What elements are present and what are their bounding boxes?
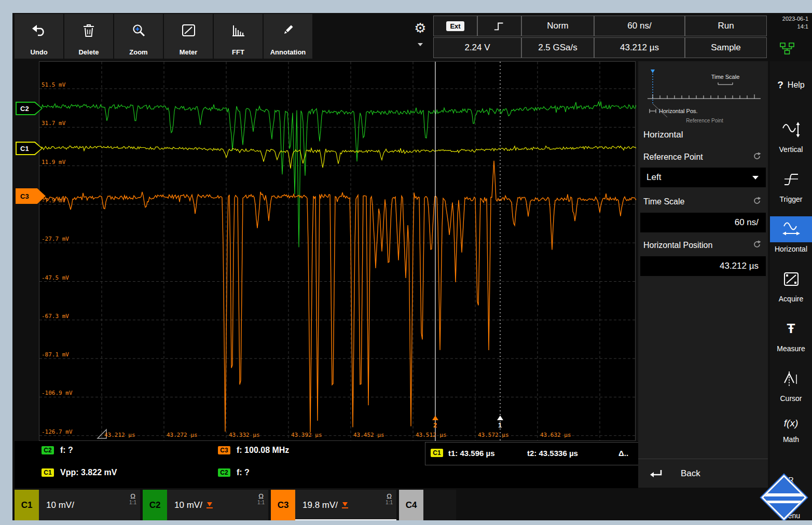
measurement-2[interactable]: C3 f: 100.08 MHz xyxy=(218,446,289,455)
channel-c1-block[interactable]: C1 10 mV/ Ω 1:1 xyxy=(15,490,140,520)
trash-icon xyxy=(82,14,95,46)
svg-text:Reference Point: Reference Point xyxy=(686,118,723,123)
channel-c2-block[interactable]: C2 10 mV/ Ω 1:1 xyxy=(143,490,268,520)
sidebar-item-horizontal[interactable]: Horizontal xyxy=(770,211,812,258)
horizontal-icon xyxy=(770,216,812,242)
annotation-button[interactable]: Annotation xyxy=(264,14,312,59)
channel-badge: C2 xyxy=(218,468,230,477)
sidebar-item-measure[interactable]: Ŧ Measure xyxy=(770,310,812,358)
probe-label: 1:1 xyxy=(129,500,136,506)
x-axis-label: 43.272 µs xyxy=(167,432,198,438)
run-state: Run xyxy=(718,21,734,31)
waveform-display[interactable]: 51.5 mV31.7 mV11.9 mV-7.9 mV-27.7 mV-47.… xyxy=(39,61,636,441)
trigger-source-badge: Ext xyxy=(446,21,464,31)
sidebar-label: Cursor xyxy=(780,394,802,403)
cursor-marker-2[interactable] xyxy=(432,416,438,420)
channel-badge: C3 xyxy=(218,446,230,454)
sidebar-item-cursor[interactable]: Cursor xyxy=(770,360,812,408)
timebase-value: 60 ns/ xyxy=(627,21,651,31)
cursor-t1: t1: 43.596 µs xyxy=(448,449,495,458)
y-axis-label: -27.7 mV xyxy=(42,236,69,242)
cursor-marker-1[interactable] xyxy=(497,416,503,420)
sidebar-label: Horizontal xyxy=(775,245,807,253)
horizontal-settings-panel: Time Scale Horizontal Pos. Reference Poi… xyxy=(638,61,768,488)
reset-icon[interactable] xyxy=(752,151,762,161)
channel-c1-badge: C1 xyxy=(15,490,39,520)
undo-button[interactable]: Undo xyxy=(15,14,63,59)
math-icon: f(x) xyxy=(770,414,812,433)
channel-c2-scale: 10 mV/ xyxy=(174,500,202,510)
meter-button[interactable]: Meter xyxy=(164,14,213,59)
channel-c3-block[interactable]: C3 19.8 mV/ Ω 1:1 xyxy=(271,490,396,520)
y-axis-label: 31.7 mV xyxy=(42,120,65,127)
sidebar-item-vertical[interactable]: Vertical xyxy=(770,111,812,159)
trigger-mode-cell[interactable]: Norm xyxy=(521,16,594,36)
horizontal-position-cell[interactable]: 43.212 µs xyxy=(594,37,685,58)
datetime-display: 2023-06-1 14:1 xyxy=(766,15,808,31)
gear-icon: ⚙ xyxy=(414,20,426,36)
offset-marker-icon xyxy=(342,502,348,509)
back-arrow-icon xyxy=(650,468,663,479)
sidebar-item-math[interactable]: f(x) Math xyxy=(770,408,812,449)
sidebar-label: Trigger xyxy=(780,195,803,203)
sidebar-label: Math xyxy=(783,435,799,444)
delete-label: Delete xyxy=(78,48,99,56)
measurement-results-area: C2 f: ? C3 f: 100.08 MHz C1 Vpp: 3.822 m… xyxy=(15,441,638,488)
vertical-icon xyxy=(770,117,812,143)
panel-title: Horizontal xyxy=(643,130,683,140)
reference-point-dropdown[interactable]: Left xyxy=(640,168,766,187)
date-text: 2023-06-1 xyxy=(766,15,808,23)
waveform-svg xyxy=(39,62,636,441)
fft-button[interactable]: FFT xyxy=(214,14,263,59)
acquisition-mode: Sample xyxy=(711,43,741,53)
y-axis-label: -87.1 mV xyxy=(42,351,69,358)
x-axis-label: 43.212 µs xyxy=(104,432,135,438)
horizontal-position-field[interactable]: 43.212 µs xyxy=(640,256,766,276)
time-scale-field[interactable]: 60 ns/ xyxy=(640,213,766,232)
measurement-3[interactable]: C1 Vpp: 3.822 mV xyxy=(42,468,117,477)
reference-point-value: Left xyxy=(646,172,661,183)
zoom-button[interactable]: Zoom xyxy=(114,14,163,59)
x-axis-label: 43.572 µs xyxy=(478,432,509,438)
timebase-cell[interactable]: 60 ns/ xyxy=(594,16,685,36)
cursor-marker-label-2: 2 xyxy=(433,421,437,429)
acquisition-mode-cell[interactable]: Sample xyxy=(685,37,767,58)
reset-icon[interactable] xyxy=(752,240,762,249)
back-button[interactable]: Back xyxy=(638,459,768,488)
oscilloscope-screen: Undo Delete Zoom Meter FFT xyxy=(12,13,812,520)
sidebar-item-acquire[interactable]: Acquire xyxy=(770,260,812,308)
lan-network-icon[interactable] xyxy=(779,42,795,56)
cursor-icon xyxy=(770,366,812,392)
back-label: Back xyxy=(681,468,700,479)
delete-button[interactable]: Delete xyxy=(64,14,113,59)
annotation-label: Annotation xyxy=(270,48,306,56)
trigger-slope-cell[interactable] xyxy=(477,16,521,36)
zoom-label: Zoom xyxy=(129,48,147,56)
channel-c3-badge: C3 xyxy=(271,490,295,520)
reference-point-label: Reference Point xyxy=(643,153,703,162)
y-axis-label: 51.5 mV xyxy=(42,81,65,88)
run-state-cell[interactable]: Run xyxy=(685,16,767,36)
time-text: 14:1 xyxy=(766,23,808,31)
sample-rate-cell[interactable]: 2.5 GSa/s xyxy=(521,37,594,58)
sidebar-label: Vertical xyxy=(779,145,803,154)
chevron-down-icon xyxy=(752,176,759,179)
channel-c1-scale: 10 mV/ xyxy=(46,500,74,510)
svg-text:Horizontal Pos.: Horizontal Pos. xyxy=(659,108,698,114)
meter-label: Meter xyxy=(180,48,198,56)
pencil-icon xyxy=(281,14,295,46)
measurement-4[interactable]: C2 f: ? xyxy=(218,468,250,477)
channel-c4-block[interactable]: C4 xyxy=(399,490,456,520)
measurement-1[interactable]: C2 f: ? xyxy=(42,446,73,455)
trigger-level-cell[interactable]: 2.24 V xyxy=(433,37,521,58)
horizontal-diagram: Time Scale Horizontal Pos. Reference Poi… xyxy=(642,65,764,127)
x-axis-label: 43.512 µs xyxy=(416,432,447,438)
cursor-results-box[interactable]: C1 t1: 43.596 µs t2: 43.5336 µs Δ.. xyxy=(425,442,652,465)
display-settings-button[interactable]: ⚙ xyxy=(410,20,431,57)
trigger-source-cell[interactable]: Ext xyxy=(433,16,477,36)
channel-c2-badge: C2 xyxy=(143,490,167,520)
offset-marker-icon xyxy=(207,502,213,509)
sidebar-item-trigger[interactable]: Trigger xyxy=(770,161,812,209)
reset-icon[interactable] xyxy=(752,196,762,205)
sidebar-item-help[interactable]: ? Help xyxy=(770,61,812,109)
